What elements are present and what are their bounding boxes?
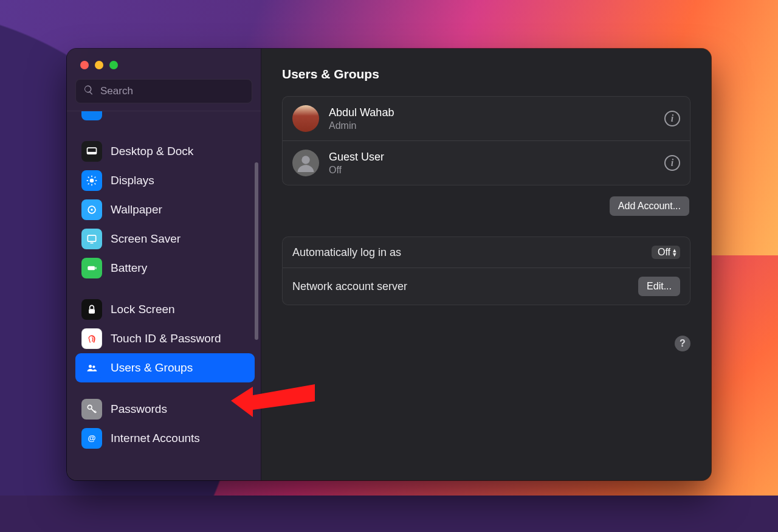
users-panel: Abdul Wahab Admin i Guest User Off i: [282, 96, 690, 185]
user-name: Guest User: [329, 151, 384, 164]
sidebar-item-screen-saver[interactable]: Screen Saver: [75, 224, 255, 254]
minimize-window-button[interactable]: [95, 61, 103, 69]
sidebar-item-label: Battery: [111, 261, 147, 275]
svg-point-18: [89, 365, 92, 368]
main-pane: Users & Groups Abdul Wahab Admin i Guest…: [261, 49, 711, 480]
search-field[interactable]: [75, 79, 252, 103]
sidebar-item-label: Internet Accounts: [111, 432, 200, 446]
svg-point-19: [92, 365, 95, 368]
sidebar-item-touch-id[interactable]: Touch ID & Password: [75, 324, 255, 353]
network-account-row: Network account server Edit...: [283, 268, 690, 305]
svg-text:@: @: [88, 434, 96, 443]
svg-rect-17: [89, 309, 95, 314]
svg-rect-13: [88, 235, 95, 241]
close-window-button[interactable]: [80, 61, 89, 69]
help-button[interactable]: ?: [675, 336, 690, 351]
displays-icon: [81, 170, 102, 191]
sidebar-item-label: Lock Screen: [111, 303, 175, 317]
info-button[interactable]: i: [664, 155, 680, 171]
svg-point-12: [91, 209, 92, 210]
page-title: Users & Groups: [282, 67, 690, 81]
sidebar-item-label: Screen Saver: [111, 232, 181, 246]
sidebar-item-label: Passwords: [111, 402, 167, 416]
svg-rect-1: [88, 152, 97, 154]
sidebar-item-wallpaper[interactable]: Wallpaper: [75, 195, 255, 224]
auto-login-row: Automatically log in as Off ▴▾: [283, 237, 690, 268]
user-role: Off: [329, 165, 384, 176]
generic-icon: [81, 111, 102, 120]
user-row[interactable]: Abdul Wahab Admin i: [283, 97, 690, 140]
login-settings-panel: Automatically log in as Off ▴▾ Network a…: [282, 237, 690, 305]
svg-point-2: [90, 179, 94, 183]
edit-button[interactable]: Edit...: [638, 277, 680, 296]
sidebar-list: Desktop & Dock Displays Wallpaper: [67, 111, 261, 480]
auto-login-select[interactable]: Off ▴▾: [652, 246, 680, 259]
auto-login-value: Off: [658, 247, 670, 258]
desktop-dock-icon: [81, 141, 102, 162]
screen-saver-icon: [81, 229, 102, 249]
at-icon: @: [81, 428, 102, 449]
sidebar-item-users-groups[interactable]: Users & Groups: [75, 353, 255, 382]
sidebar-item-lock-screen[interactable]: Lock Screen: [75, 295, 255, 324]
sidebar-item-battery[interactable]: Battery: [75, 254, 255, 283]
user-row[interactable]: Guest User Off i: [283, 140, 690, 185]
chevron-updown-icon: ▴▾: [673, 248, 676, 257]
battery-icon: [81, 258, 102, 278]
svg-point-22: [301, 156, 309, 164]
sidebar: Desktop & Dock Displays Wallpaper: [67, 49, 261, 480]
search-icon: [83, 85, 94, 98]
sidebar-item-label: Users & Groups: [111, 361, 193, 375]
sidebar-item-label: Wallpaper: [111, 203, 162, 217]
svg-rect-14: [91, 243, 94, 244]
svg-rect-16: [95, 267, 97, 269]
svg-rect-15: [88, 266, 95, 271]
key-icon: [81, 399, 102, 420]
window-controls: [67, 49, 261, 79]
svg-line-10: [95, 177, 96, 178]
avatar: [292, 105, 319, 132]
sidebar-item-desktop-dock[interactable]: Desktop & Dock: [75, 137, 255, 166]
network-account-label: Network account server: [292, 280, 407, 293]
sidebar-scrollbar[interactable]: [255, 162, 258, 340]
sidebar-item-internet-accounts[interactable]: @ Internet Accounts: [75, 424, 255, 453]
svg-line-8: [95, 184, 96, 185]
sidebar-item-label: Displays: [111, 174, 154, 188]
sidebar-item-label: Touch ID & Password: [111, 332, 221, 345]
zoom-window-button[interactable]: [109, 61, 118, 69]
add-account-button[interactable]: Add Account...: [610, 196, 689, 216]
svg-point-20: [88, 405, 92, 409]
system-settings-window: Desktop & Dock Displays Wallpaper: [67, 49, 711, 480]
sidebar-item-label: Desktop & Dock: [111, 145, 193, 159]
user-role: Admin: [329, 120, 394, 131]
user-name: Abdul Wahab: [329, 106, 394, 119]
wallpaper-icon: [81, 199, 102, 220]
avatar: [292, 150, 319, 176]
info-button[interactable]: i: [664, 111, 680, 126]
auto-login-label: Automatically log in as: [292, 246, 401, 259]
lock-icon: [81, 299, 102, 320]
fingerprint-icon: [81, 328, 102, 349]
users-icon: [81, 358, 102, 378]
sidebar-item-passwords[interactable]: Passwords: [75, 395, 255, 424]
sidebar-item-partial[interactable]: [75, 111, 255, 125]
svg-line-9: [88, 184, 89, 185]
search-input[interactable]: [100, 85, 244, 97]
sidebar-item-displays[interactable]: Displays: [75, 166, 255, 195]
svg-line-7: [88, 177, 89, 178]
